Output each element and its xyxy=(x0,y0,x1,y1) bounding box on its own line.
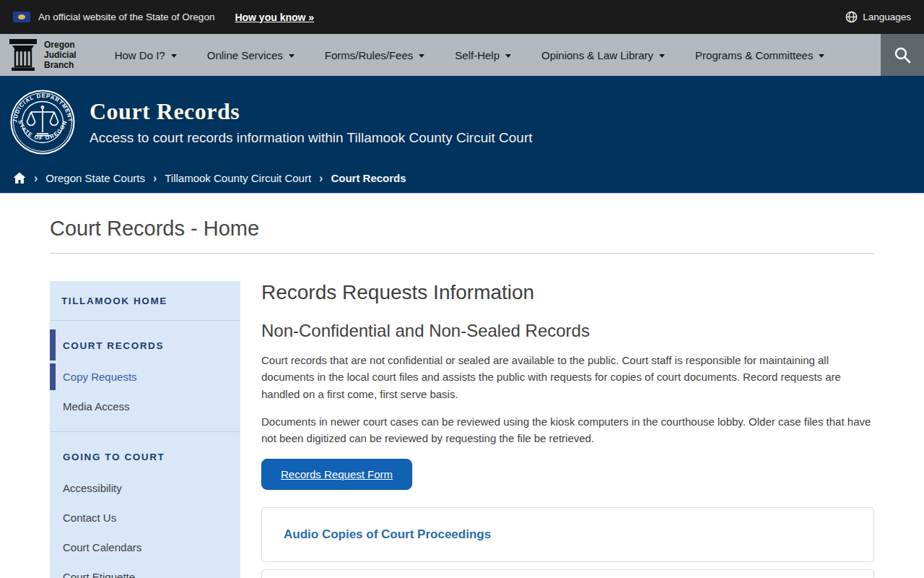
brand-name: Oregon Judicial Branch xyxy=(44,40,77,70)
nav-menu: How Do I? Online Services Forms/Rules/Fe… xyxy=(100,34,840,76)
languages-button[interactable]: Languages xyxy=(845,11,911,23)
search-icon xyxy=(893,46,912,64)
main-content: Records Requests Information Non-Confide… xyxy=(261,281,874,578)
records-paragraph-1: Court records that are not confidential … xyxy=(261,352,874,402)
sidebar-item-court-calendars[interactable]: Court Calendars xyxy=(50,534,240,561)
nav-item-opinions-law-library[interactable]: Opinions & Law Library xyxy=(526,34,680,76)
chevron-down-icon xyxy=(819,54,824,58)
globe-icon xyxy=(845,11,858,23)
content-area: Court Records - Home TILLAMOOK HOME COUR… xyxy=(0,194,924,578)
languages-label: Languages xyxy=(863,12,911,22)
chevron-down-icon xyxy=(289,54,295,58)
records-request-form-button[interactable]: Records Request Form xyxy=(261,459,412,490)
chevron-down-icon xyxy=(505,54,511,58)
official-banner: An official website of the State of Oreg… xyxy=(0,0,924,34)
breadcrumb-separator: › xyxy=(319,172,323,185)
sidebar-item-court-records[interactable]: COURT RECORDS xyxy=(50,329,240,361)
sidebar-item-contact-us[interactable]: Contact Us xyxy=(50,504,240,531)
content-page-title: Court Records - Home xyxy=(50,217,874,241)
oregon-flag-icon xyxy=(13,12,30,22)
search-button[interactable] xyxy=(881,34,924,76)
accordion-audio-copies[interactable]: Audio Copies of Court Proceedings xyxy=(261,507,874,562)
chevron-down-icon xyxy=(419,54,424,58)
page-title: Court Records xyxy=(90,98,533,125)
non-confidential-subheading: Non-Confidential and Non-Sealed Records xyxy=(261,321,874,341)
nav-item-forms-rules-fees[interactable]: Forms/Rules/Fees xyxy=(310,34,440,76)
chevron-down-icon xyxy=(659,54,665,58)
sidebar-item-going-to-court[interactable]: GOING TO COURT xyxy=(50,441,240,472)
breadcrumb-court-records: Court Records xyxy=(331,172,406,184)
breadcrumb-separator: › xyxy=(34,172,38,185)
sidebar: TILLAMOOK HOME COURT RECORDS Copy Reques… xyxy=(50,281,240,578)
chevron-down-icon xyxy=(171,54,177,58)
nav-item-programs-committees[interactable]: Programs & Committees xyxy=(680,34,840,76)
main-navigation: Oregon Judicial Branch How Do I? Online … xyxy=(0,34,924,76)
sidebar-item-accessibility[interactable]: Accessibility xyxy=(50,475,240,501)
title-divider xyxy=(50,253,874,254)
nav-item-online-services[interactable]: Online Services xyxy=(192,34,310,76)
page-subtitle: Access to court records information with… xyxy=(90,130,533,146)
sidebar-item-court-etiquette[interactable]: Court Etiquette xyxy=(50,564,240,578)
home-icon[interactable] xyxy=(13,172,26,184)
official-banner-text: An official website of the State of Oreg… xyxy=(38,12,214,22)
accordion-list: Audio Copies of Court Proceedings Access xyxy=(261,507,874,578)
records-paragraph-2: Documents in newer court cases can be re… xyxy=(261,413,874,447)
breadcrumb-tillamook-county-circuit-court[interactable]: Tillamook County Circuit Court xyxy=(165,172,311,184)
sidebar-item-media-access[interactable]: Media Access xyxy=(50,393,240,420)
nav-item-how-do-i[interactable]: How Do I? xyxy=(100,34,192,76)
nav-item-self-help[interactable]: Self-Help xyxy=(440,34,526,76)
records-requests-heading: Records Requests Information xyxy=(261,281,874,304)
page-header: JUDICIAL DEPARTMENT STATE OF OREGON Cour… xyxy=(0,76,924,168)
breadcrumb-oregon-state-courts[interactable]: Oregon State Courts xyxy=(45,172,145,184)
pillar-icon xyxy=(9,38,38,72)
sidebar-item-copy-requests[interactable]: Copy Requests xyxy=(50,363,240,390)
sidebar-item-tillamook-home[interactable]: TILLAMOOK HOME xyxy=(50,281,240,320)
breadcrumb-separator: › xyxy=(153,172,157,185)
judicial-department-seal: JUDICIAL DEPARTMENT STATE OF OREGON xyxy=(10,90,75,155)
breadcrumb: › Oregon State Courts › Tillamook County… xyxy=(0,168,924,194)
how-you-know-link[interactable]: How you know » xyxy=(235,12,314,23)
ojb-logo[interactable]: Oregon Judicial Branch xyxy=(0,34,79,76)
accordion-access[interactable]: Access xyxy=(261,569,874,578)
